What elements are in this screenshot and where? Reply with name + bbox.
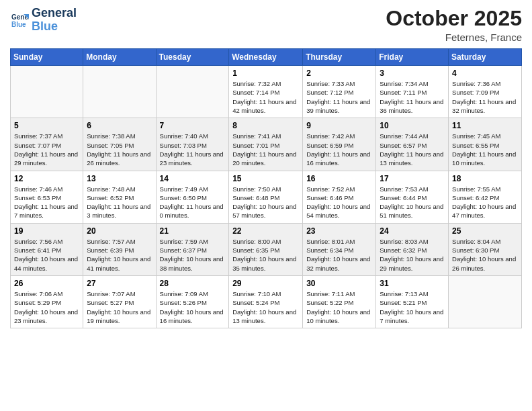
day-number: 14 xyxy=(160,174,226,183)
table-row: 5Sunrise: 7:37 AM Sunset: 7:07 PM Daylig… xyxy=(11,118,83,171)
day-info: Sunrise: 7:46 AM Sunset: 6:53 PM Dayligh… xyxy=(14,185,79,220)
table-row: 1Sunrise: 7:32 AM Sunset: 7:14 PM Daylig… xyxy=(229,66,303,118)
day-number: 28 xyxy=(160,279,226,288)
table-row: 7Sunrise: 7:40 AM Sunset: 7:03 PM Daylig… xyxy=(156,118,229,171)
day-number: 22 xyxy=(232,226,299,236)
calendar-week-row: 12Sunrise: 7:46 AM Sunset: 6:53 PM Dayli… xyxy=(11,171,522,223)
table-row: 21Sunrise: 7:59 AM Sunset: 6:37 PM Dayli… xyxy=(156,223,229,275)
col-monday: Monday xyxy=(83,49,156,66)
day-info: Sunrise: 7:50 AM Sunset: 6:48 PM Dayligh… xyxy=(232,185,299,220)
calendar-week-row: 1Sunrise: 7:32 AM Sunset: 7:14 PM Daylig… xyxy=(11,66,522,118)
day-info: Sunrise: 7:53 AM Sunset: 6:44 PM Dayligh… xyxy=(380,185,445,220)
table-row xyxy=(156,66,229,118)
day-info: Sunrise: 7:06 AM Sunset: 5:29 PM Dayligh… xyxy=(14,289,79,325)
table-row: 10Sunrise: 7:44 AM Sunset: 6:57 PM Dayli… xyxy=(376,118,449,171)
day-info: Sunrise: 8:00 AM Sunset: 6:35 PM Dayligh… xyxy=(232,237,299,273)
day-info: Sunrise: 7:38 AM Sunset: 7:05 PM Dayligh… xyxy=(87,132,152,167)
col-thursday: Thursday xyxy=(303,49,376,66)
day-info: Sunrise: 7:33 AM Sunset: 7:12 PM Dayligh… xyxy=(306,79,372,115)
table-row: 31Sunrise: 7:13 AM Sunset: 5:21 PM Dayli… xyxy=(376,275,449,328)
day-info: Sunrise: 7:40 AM Sunset: 7:03 PM Dayligh… xyxy=(160,132,226,167)
day-info: Sunrise: 7:07 AM Sunset: 5:27 PM Dayligh… xyxy=(87,289,152,325)
day-number: 17 xyxy=(380,174,445,183)
day-info: Sunrise: 8:04 AM Sunset: 6:30 PM Dayligh… xyxy=(452,237,518,273)
table-row: 24Sunrise: 8:03 AM Sunset: 6:32 PM Dayli… xyxy=(376,223,449,275)
table-row: 25Sunrise: 8:04 AM Sunset: 6:30 PM Dayli… xyxy=(449,223,522,275)
day-info: Sunrise: 7:56 AM Sunset: 6:41 PM Dayligh… xyxy=(14,237,79,273)
table-row: 12Sunrise: 7:46 AM Sunset: 6:53 PM Dayli… xyxy=(11,171,83,223)
table-row: 15Sunrise: 7:50 AM Sunset: 6:48 PM Dayli… xyxy=(229,171,303,223)
day-info: Sunrise: 7:36 AM Sunset: 7:09 PM Dayligh… xyxy=(452,79,518,115)
col-sunday: Sunday xyxy=(11,49,83,66)
page: General Blue General Blue October 2025 F… xyxy=(0,0,532,411)
day-info: Sunrise: 7:10 AM Sunset: 5:24 PM Dayligh… xyxy=(232,289,299,325)
table-row xyxy=(449,275,522,328)
day-info: Sunrise: 7:32 AM Sunset: 7:14 PM Dayligh… xyxy=(232,79,299,115)
day-number: 12 xyxy=(14,174,79,183)
day-number: 11 xyxy=(452,121,518,130)
table-row xyxy=(83,66,156,118)
title-block: October 2025 Feternes, France xyxy=(386,7,522,43)
day-info: Sunrise: 7:44 AM Sunset: 6:57 PM Dayligh… xyxy=(380,132,445,167)
day-number: 25 xyxy=(452,226,518,236)
day-info: Sunrise: 7:48 AM Sunset: 6:52 PM Dayligh… xyxy=(87,185,152,220)
table-row: 8Sunrise: 7:41 AM Sunset: 7:01 PM Daylig… xyxy=(229,118,303,171)
table-row: 20Sunrise: 7:57 AM Sunset: 6:39 PM Dayli… xyxy=(83,223,156,275)
table-row: 6Sunrise: 7:38 AM Sunset: 7:05 PM Daylig… xyxy=(83,118,156,171)
day-number: 6 xyxy=(87,121,152,130)
table-row: 18Sunrise: 7:55 AM Sunset: 6:42 PM Dayli… xyxy=(449,171,522,223)
calendar-table: Sunday Monday Tuesday Wednesday Thursday… xyxy=(10,48,522,328)
day-number: 20 xyxy=(87,226,152,236)
day-number: 18 xyxy=(452,174,518,183)
day-info: Sunrise: 7:09 AM Sunset: 5:26 PM Dayligh… xyxy=(160,289,226,325)
month-title: October 2025 xyxy=(386,7,522,30)
table-row: 11Sunrise: 7:45 AM Sunset: 6:55 PM Dayli… xyxy=(449,118,522,171)
day-number: 1 xyxy=(232,68,299,78)
day-number: 7 xyxy=(160,121,226,130)
day-number: 15 xyxy=(232,174,299,183)
day-number: 27 xyxy=(87,279,152,288)
table-row: 26Sunrise: 7:06 AM Sunset: 5:29 PM Dayli… xyxy=(11,275,83,328)
day-info: Sunrise: 7:55 AM Sunset: 6:42 PM Dayligh… xyxy=(452,185,518,220)
table-row: 2Sunrise: 7:33 AM Sunset: 7:12 PM Daylig… xyxy=(303,66,376,118)
day-number: 5 xyxy=(14,121,79,130)
table-row: 28Sunrise: 7:09 AM Sunset: 5:26 PM Dayli… xyxy=(156,275,229,328)
table-row: 9Sunrise: 7:42 AM Sunset: 6:59 PM Daylig… xyxy=(303,118,376,171)
table-row: 3Sunrise: 7:34 AM Sunset: 7:11 PM Daylig… xyxy=(376,66,449,118)
day-info: Sunrise: 7:13 AM Sunset: 5:21 PM Dayligh… xyxy=(380,289,445,325)
header: General Blue General Blue October 2025 F… xyxy=(10,7,522,43)
day-number: 3 xyxy=(380,68,445,78)
table-row: 30Sunrise: 7:11 AM Sunset: 5:22 PM Dayli… xyxy=(303,275,376,328)
table-row: 16Sunrise: 7:52 AM Sunset: 6:46 PM Dayli… xyxy=(303,171,376,223)
table-row: 13Sunrise: 7:48 AM Sunset: 6:52 PM Dayli… xyxy=(83,171,156,223)
day-number: 2 xyxy=(306,68,372,78)
day-info: Sunrise: 7:57 AM Sunset: 6:39 PM Dayligh… xyxy=(87,237,152,273)
day-number: 4 xyxy=(452,68,518,78)
logo: General Blue General Blue xyxy=(10,7,77,34)
day-number: 23 xyxy=(306,226,372,236)
col-friday: Friday xyxy=(376,49,449,66)
svg-text:Blue: Blue xyxy=(11,21,26,28)
table-row: 19Sunrise: 7:56 AM Sunset: 6:41 PM Dayli… xyxy=(11,223,83,275)
day-number: 8 xyxy=(232,121,299,130)
day-info: Sunrise: 7:45 AM Sunset: 6:55 PM Dayligh… xyxy=(452,132,518,167)
day-info: Sunrise: 7:52 AM Sunset: 6:46 PM Dayligh… xyxy=(306,185,372,220)
day-number: 13 xyxy=(87,174,152,183)
day-info: Sunrise: 7:37 AM Sunset: 7:07 PM Dayligh… xyxy=(14,132,79,167)
table-row: 29Sunrise: 7:10 AM Sunset: 5:24 PM Dayli… xyxy=(229,275,303,328)
day-number: 21 xyxy=(160,226,226,236)
calendar-week-row: 19Sunrise: 7:56 AM Sunset: 6:41 PM Dayli… xyxy=(11,223,522,275)
table-row: 14Sunrise: 7:49 AM Sunset: 6:50 PM Dayli… xyxy=(156,171,229,223)
day-info: Sunrise: 7:11 AM Sunset: 5:22 PM Dayligh… xyxy=(306,289,372,325)
col-tuesday: Tuesday xyxy=(156,49,229,66)
day-number: 16 xyxy=(306,174,372,183)
day-number: 26 xyxy=(14,279,79,288)
day-info: Sunrise: 7:41 AM Sunset: 7:01 PM Dayligh… xyxy=(232,132,299,167)
day-number: 30 xyxy=(306,279,372,288)
day-info: Sunrise: 7:49 AM Sunset: 6:50 PM Dayligh… xyxy=(160,185,226,220)
day-number: 24 xyxy=(380,226,445,236)
col-saturday: Saturday xyxy=(449,49,522,66)
day-number: 19 xyxy=(14,226,79,236)
day-info: Sunrise: 8:03 AM Sunset: 6:32 PM Dayligh… xyxy=(380,237,445,273)
day-info: Sunrise: 7:34 AM Sunset: 7:11 PM Dayligh… xyxy=(380,79,445,115)
